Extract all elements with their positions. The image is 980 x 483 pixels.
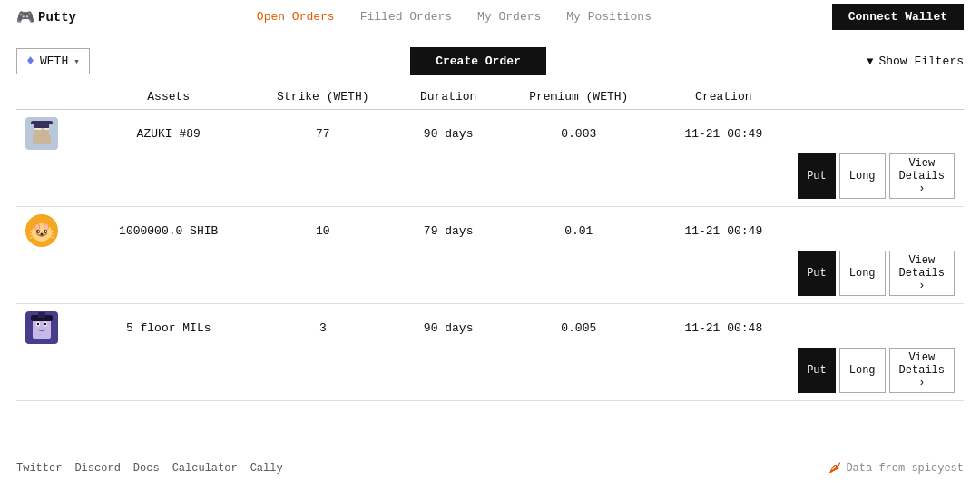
table-row-actions: Put Long View Details › [16,152,964,207]
put-button[interactable]: Put [798,251,836,296]
asset-thumbnail [25,117,58,150]
table-row: 1000000.0 SHIB 10 79 days 0.01 11-21 00:… [16,207,964,250]
put-button[interactable]: Put [798,348,836,393]
footer-discord[interactable]: Discord [74,462,120,475]
col-premium: Premium (WETH) [499,84,658,110]
nav-my-positions[interactable]: My Positions [566,10,652,24]
action-buttons-group: Put Long View Details › [798,153,955,199]
footer: Twitter Discord Docs Calculator Cally 🌶 … [0,454,980,483]
duration-value: 79 days [424,224,474,238]
footer-cally[interactable]: Cally [250,462,283,475]
show-filters-label: Show Filters [878,54,964,68]
action-row-spacer-3 [248,152,397,207]
put-button[interactable]: Put [798,153,836,199]
action-row-spacer-6 [658,346,789,401]
creation-cell: 11-21 00:48 [658,304,789,347]
asset-name-cell: 1000000.0 SHIB [89,207,248,250]
asset-thumbnail [25,311,58,344]
footer-calculator[interactable]: Calculator [172,462,238,475]
svg-point-35 [44,323,46,325]
premium-value: 0.003 [561,127,596,141]
duration-value: 90 days [424,321,474,335]
long-button[interactable]: Long [839,348,886,393]
svg-rect-8 [36,135,47,137]
toolbar: ♦ WETH ▾ Create Order ▼ Show Filters [0,34,980,84]
action-buttons-cell: Put Long View Details › [789,249,964,304]
svg-point-18 [36,230,40,233]
premium-value: 0.01 [564,224,593,238]
spicy-icon: 🌶 [828,461,841,476]
nav-open-orders[interactable]: Open Orders [257,10,335,24]
svg-point-20 [38,231,39,232]
view-details-button[interactable]: View Details › [889,153,955,199]
long-button[interactable]: Long [839,251,886,296]
actions-spacer [789,207,964,250]
connect-wallet-button[interactable]: Connect Wallet [832,4,964,30]
action-row-spacer-2 [89,152,248,207]
action-row-spacer-1 [16,152,89,207]
orders-table-container: Assets Strike (WETH) Duration Premium (W… [0,84,980,401]
table-row: 5 floor MILs 3 90 days 0.005 11-21 00:48 [16,304,964,347]
svg-point-19 [44,230,47,233]
col-duration: Duration [397,84,499,110]
long-button[interactable]: Long [839,153,886,199]
asset-selector[interactable]: ♦ WETH ▾ [16,48,90,74]
footer-docs[interactable]: Docs [133,462,160,475]
svg-point-16 [35,224,39,230]
chevron-down-icon: ▾ [74,55,80,67]
footer-links: Twitter Discord Docs Calculator Cally [16,462,283,475]
svg-rect-11 [49,124,54,135]
view-details-button[interactable]: View Details › [889,348,955,393]
action-row-spacer-1 [16,346,89,401]
footer-twitter[interactable]: Twitter [16,462,62,475]
logo: 🎮 Putty [16,8,76,26]
strike-cell: 10 [248,207,397,250]
action-buttons-cell: Put Long View Details › [789,152,964,207]
view-details-button[interactable]: View Details › [889,251,955,296]
action-row-spacer-1 [16,249,89,304]
action-row-spacer-4 [397,346,499,401]
actions-spacer [789,110,964,153]
action-row-spacer-3 [248,346,397,401]
asset-image-cell [16,207,89,250]
action-row-spacer-4 [397,249,499,304]
creation-value: 11-21 00:49 [684,224,762,238]
logo-text: Putty [38,10,76,25]
asset-selector-label: WETH [40,54,68,68]
creation-value: 11-21 00:49 [684,127,762,141]
duration-cell: 79 days [397,207,499,250]
asset-name-cell: AZUKI #89 [89,110,248,153]
svg-point-17 [44,224,48,230]
table-header: Assets Strike (WETH) Duration Premium (W… [16,84,964,110]
svg-point-23 [41,233,44,236]
asset-name-cell: 5 floor MILs [89,304,248,347]
show-filters-button[interactable]: ▼ Show Filters [867,54,964,68]
duration-value: 90 days [424,127,474,141]
strike-value: 10 [316,224,330,238]
table-row: AZUKI #89 77 90 days 0.003 11-21 00:49 [16,110,964,153]
action-row-spacer-2 [89,249,248,304]
create-order-button[interactable]: Create Order [410,47,546,75]
action-row-spacer-6 [658,249,789,304]
svg-point-34 [37,323,39,325]
duration-cell: 90 days [397,304,499,347]
asset-image-cell [16,304,89,347]
nav-filled-orders[interactable]: Filled Orders [360,10,452,24]
orders-table: Assets Strike (WETH) Duration Premium (W… [16,84,964,401]
action-row-spacer-3 [248,249,397,304]
duration-cell: 90 days [397,110,499,153]
svg-rect-37 [38,312,45,318]
asset-thumbnail [25,214,58,247]
footer-data-source: 🌶 Data from spicyest [828,461,964,476]
strike-value: 3 [319,321,327,335]
col-actions [789,84,964,110]
table-row-actions: Put Long View Details › [16,249,964,304]
asset-name: 1000000.0 SHIB [119,224,218,238]
nav-my-orders[interactable]: My Orders [477,10,541,24]
asset-image-cell [16,110,89,153]
logo-icon: 🎮 [16,8,34,26]
table-row-actions: Put Long View Details › [16,346,964,401]
data-source-label: Data from spicyest [846,462,964,475]
asset-name: AZUKI #89 [137,127,201,141]
col-assets [16,84,89,110]
